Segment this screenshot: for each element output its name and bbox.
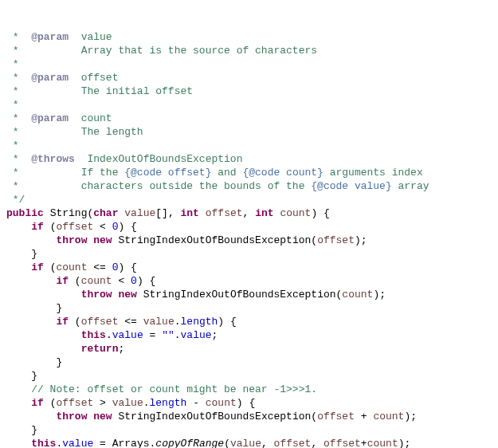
var-offset: offset: [81, 316, 119, 328]
var-count: count: [56, 261, 87, 273]
field-length: length: [181, 316, 218, 328]
javadoc-line: * @throws IndexOutOfBoundsException: [6, 153, 242, 165]
javadoc-tag-param: @param: [31, 112, 69, 124]
javadoc-line: * Array that is the source of characters: [6, 45, 317, 57]
keyword-if: if: [31, 397, 44, 409]
javadoc-tag-param: @param: [31, 72, 69, 84]
field-value: value: [181, 329, 212, 341]
keyword-if: if: [56, 275, 69, 287]
var-count: count: [373, 411, 404, 422]
keyword-new: new: [118, 289, 136, 301]
keyword-if: if: [31, 221, 44, 233]
var-offset: offset: [274, 438, 312, 448]
keyword-new: new: [93, 234, 112, 246]
javadoc-line: * The initial offset: [6, 85, 193, 97]
var-value: value: [143, 316, 174, 328]
keyword-this: this: [81, 329, 106, 341]
code-line: this.value = Arrays.copyOfRange(value, o…: [6, 438, 410, 448]
javadoc-tag-throws: @throws: [31, 153, 75, 165]
code-line: if (count < 0) {: [6, 275, 155, 287]
javadoc-code: {@code value}: [311, 180, 391, 192]
var-offset: offset: [56, 397, 93, 409]
code-block: * @param value * Array that is the sourc…: [6, 31, 429, 448]
code-line: // Note: offset or count might be near -…: [6, 383, 317, 395]
constructor-name: String: [50, 207, 88, 219]
javadoc-line: * @param count: [6, 112, 112, 124]
param-value: value: [124, 207, 155, 219]
code-line: }: [6, 248, 37, 260]
code-line: if (count <= 0) {: [6, 261, 137, 273]
var-offset: offset: [317, 411, 355, 422]
exception-type: StringIndexOutOfBoundsException: [143, 289, 336, 301]
param-count: count: [280, 207, 311, 219]
javadoc-line: * The length: [6, 126, 143, 138]
javadoc-code: {@code offset}: [124, 167, 211, 179]
keyword-throw: throw: [56, 234, 87, 246]
javadoc-end: */: [6, 194, 25, 206]
literal-zero: 0: [112, 261, 119, 273]
type-int: int: [255, 207, 273, 219]
var-value: value: [230, 438, 261, 448]
var-count: count: [206, 397, 237, 409]
javadoc-tag-param: @param: [31, 31, 69, 43]
keyword-return: return: [81, 343, 119, 355]
code-line: if (offset <= value.length) {: [6, 316, 237, 328]
code-line: }: [6, 370, 37, 382]
field-value: value: [112, 329, 143, 341]
field-length: length: [150, 397, 187, 409]
method-signature: public String(char value[], int offset, …: [6, 207, 330, 219]
var-offset: offset: [324, 438, 361, 448]
line-comment: // Note: offset or count might be near -…: [31, 383, 317, 395]
keyword-throw: throw: [56, 411, 87, 422]
exception-type: StringIndexOutOfBoundsException: [118, 411, 311, 422]
literal-zero: 0: [131, 275, 137, 287]
code-line: return;: [6, 343, 124, 355]
param-offset: offset: [206, 207, 243, 219]
code-line: }: [6, 356, 62, 368]
javadoc-code: {@code count}: [242, 167, 323, 179]
javadoc-line: * If the {@code offset} and {@code count…: [6, 167, 423, 179]
javadoc-line: * @param value: [6, 31, 112, 43]
keyword-public: public: [6, 207, 44, 219]
keyword-this: this: [31, 438, 56, 448]
javadoc-line: *: [6, 58, 19, 70]
type-int: int: [181, 207, 199, 219]
javadoc-line: * @param offset: [6, 72, 118, 84]
code-line: if (offset < 0) {: [6, 221, 137, 233]
keyword-if: if: [31, 261, 44, 273]
var-count: count: [367, 438, 398, 448]
code-line: if (offset > value.length - count) {: [6, 397, 255, 409]
keyword-if: if: [56, 316, 69, 328]
var-count: count: [81, 275, 112, 287]
literal-zero: 0: [112, 221, 119, 233]
class-arrays: Arrays: [112, 438, 150, 448]
code-line: throw new StringIndexOutOfBoundsExceptio…: [6, 289, 386, 301]
keyword-throw: throw: [81, 289, 112, 301]
string-literal-empty: "": [162, 329, 174, 341]
field-value: value: [62, 438, 93, 448]
var-offset: offset: [317, 234, 355, 246]
code-line: }: [6, 424, 37, 436]
code-line: throw new StringIndexOutOfBoundsExceptio…: [6, 411, 417, 422]
javadoc-line: *: [6, 140, 19, 151]
var-count: count: [342, 289, 373, 301]
code-line: }: [6, 302, 62, 314]
type-char: char: [93, 207, 118, 219]
code-line: throw new StringIndexOutOfBoundsExceptio…: [6, 234, 367, 246]
code-line: this.value = "".value;: [6, 329, 218, 341]
var-value: value: [112, 397, 143, 409]
exception-type: StringIndexOutOfBoundsException: [118, 234, 311, 246]
javadoc-line: *: [6, 99, 19, 111]
keyword-new: new: [93, 411, 112, 422]
javadoc-line: * characters outside the bounds of the {…: [6, 180, 429, 192]
method-copyofrange: copyOfRange: [155, 438, 224, 448]
var-offset: offset: [56, 221, 93, 233]
